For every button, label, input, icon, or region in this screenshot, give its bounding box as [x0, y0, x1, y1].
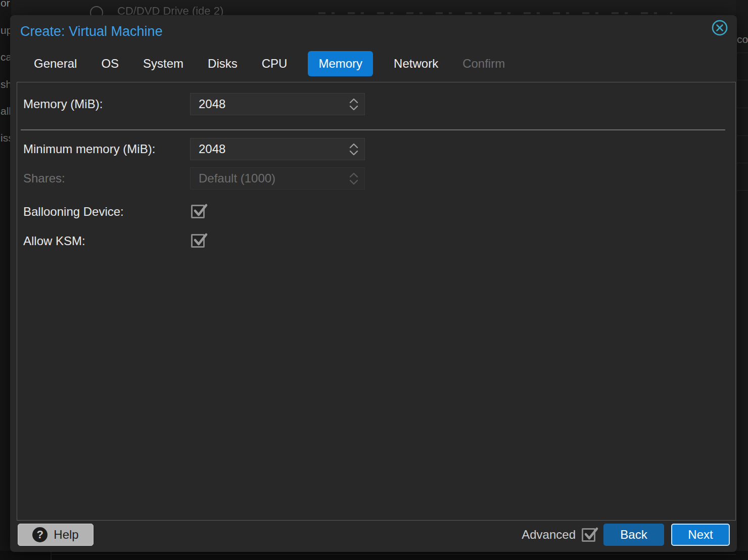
tab-general[interactable]: General	[30, 57, 80, 71]
spinner-arrows-icon[interactable]	[343, 144, 364, 155]
background-bottom-edge	[0, 551, 748, 560]
memory-row: Memory (MiB): 2048	[17, 93, 735, 115]
ksm-row: Allow KSM:	[17, 230, 735, 252]
dialog-footer: ? Help Advanced Back Next	[10, 521, 737, 552]
sidebar-fragment: or	[1, 0, 10, 9]
tab-network[interactable]: Network	[390, 57, 442, 71]
background-row-clipped-text	[318, 12, 672, 14]
shares-spinner: Default (1000)	[190, 167, 365, 190]
question-circle-icon: ?	[32, 527, 48, 542]
background-sidebar-edge: or up ca sh all iss	[0, 0, 11, 560]
background-row-text: CD/DVD Drive (ide 2)	[117, 5, 223, 15]
ballooning-label: Ballooning Device:	[23, 205, 124, 219]
tab-system[interactable]: System	[139, 57, 187, 71]
background-table-edge: co	[736, 0, 748, 560]
spinner-arrows-icon[interactable]	[343, 99, 364, 110]
shares-value: Default (1000)	[191, 171, 343, 185]
close-icon[interactable]	[711, 19, 729, 37]
footer-actions: Advanced Back Next	[522, 524, 730, 546]
wizard-tabbar: General OS System Disks CPU Memory Netwo…	[30, 51, 508, 77]
ksm-label: Allow KSM:	[23, 234, 85, 248]
tab-cpu[interactable]: CPU	[258, 57, 291, 71]
screen: CD/DVD Drive (ide 2) or up ca sh all iss…	[0, 0, 748, 560]
back-button[interactable]: Back	[603, 524, 664, 546]
shares-row: Shares: Default (1000)	[17, 167, 735, 190]
min-memory-label: Minimum memory (MiB):	[23, 142, 155, 156]
background-hardware-row: CD/DVD Drive (ide 2)	[10, 0, 748, 15]
ksm-checkbox[interactable]	[191, 234, 205, 248]
tab-os[interactable]: OS	[98, 57, 122, 71]
memory-value[interactable]: 2048	[191, 97, 343, 111]
memory-spinner[interactable]: 2048	[190, 93, 365, 115]
dialog-title: Create: Virtual Machine	[20, 24, 163, 39]
ballooning-checkbox[interactable]	[191, 205, 205, 218]
min-memory-value[interactable]: 2048	[191, 142, 343, 156]
next-button[interactable]: Next	[671, 524, 730, 546]
tab-memory[interactable]: Memory	[308, 51, 373, 76]
section-divider	[21, 129, 725, 130]
table-fragment: co	[737, 33, 748, 45]
ballooning-row: Ballooning Device:	[17, 201, 735, 223]
advanced-label: Advanced	[522, 528, 576, 542]
create-vm-dialog: Create: Virtual Machine General OS Syste…	[10, 15, 737, 552]
tab-confirm: Confirm	[459, 57, 508, 71]
min-memory-spinner[interactable]: 2048	[190, 138, 365, 160]
help-button[interactable]: ? Help	[18, 524, 93, 546]
help-button-label: Help	[54, 528, 78, 542]
tab-disks[interactable]: Disks	[204, 57, 241, 71]
spinner-arrows-icon	[343, 173, 364, 184]
memory-tab-panel: Memory (MiB): 2048 Minimum memory (MiB):…	[17, 82, 736, 521]
min-memory-row: Minimum memory (MiB): 2048	[17, 138, 735, 160]
shares-label: Shares:	[23, 171, 65, 185]
sidebar-fragment: all	[1, 105, 11, 117]
radio-circle-icon	[90, 6, 103, 15]
advanced-checkbox[interactable]	[582, 528, 595, 542]
memory-label: Memory (MiB):	[23, 97, 103, 111]
